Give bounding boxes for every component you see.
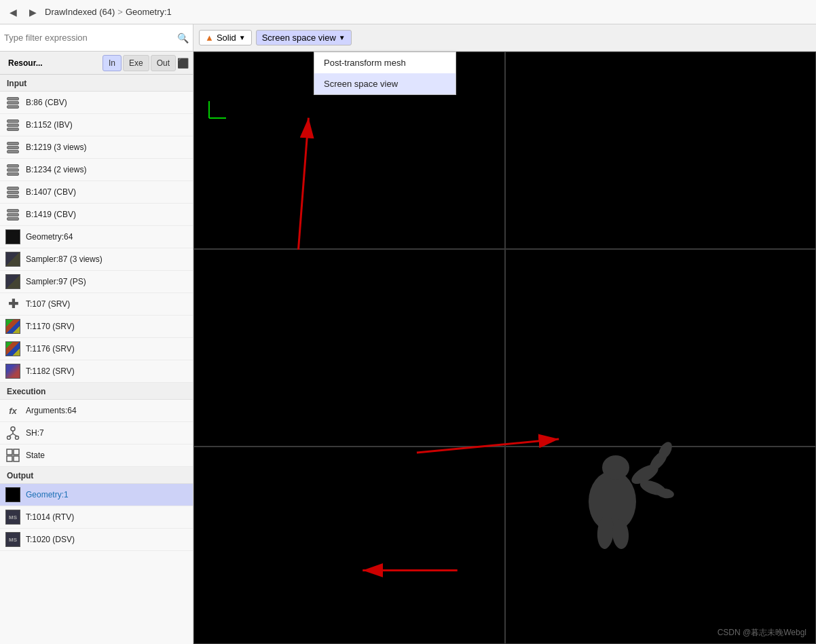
tab-resources[interactable]: Resour... [4, 56, 101, 71]
watermark: CSDN @暮志未晚Webgl [718, 627, 806, 639]
solid-label: Solid [217, 33, 236, 43]
grid-cell [193, 447, 505, 644]
list-item[interactable]: ✚ T:107 (SRV) [0, 293, 193, 316]
item-label: B:1152 (IBV) [26, 120, 73, 130]
list-item[interactable]: B:1219 (3 views) [0, 136, 193, 159]
breadcrumb-item1[interactable]: DrawIndexed (64) [45, 7, 115, 17]
breadcrumb-sep: > [117, 7, 123, 17]
breadcrumb-item2[interactable]: Geometry:1 [126, 7, 172, 17]
triangle-icon: ▲ [205, 33, 214, 43]
back-button[interactable]: ◀ [5, 5, 21, 20]
canvas-area: CSDN @暮志未晚Webgl [193, 52, 816, 644]
svg-rect-6 [7, 449, 12, 455]
list-item-t1020[interactable]: MS T:1020 (DSV) [0, 529, 193, 551]
fx-icon: fx [5, 403, 20, 418]
srv-thumb-icon [5, 341, 20, 356]
svg-point-0 [11, 427, 15, 431]
search-icon[interactable]: 🔍 [177, 33, 189, 43]
item-label: T:1170 (SRV) [26, 322, 75, 331]
item-label: T:107 (SRV) [26, 299, 70, 309]
list-item[interactable]: T:1176 (SRV) [0, 338, 193, 360]
tabs-bar: Resour... In Exe Out ⬛ [0, 52, 193, 75]
tab-exe[interactable]: Exe [123, 55, 149, 71]
list-item[interactable]: SH:7 [0, 422, 193, 444]
db-icon [5, 140, 20, 155]
list-item[interactable]: Sampler:87 (3 views) [0, 248, 193, 271]
db-icon [5, 117, 20, 132]
grid-cell [505, 52, 817, 249]
item-label: Geometry:64 [26, 232, 73, 242]
item-label: SH:7 [26, 428, 44, 438]
section-input: Input [0, 75, 193, 92]
geo-thumb-icon [5, 229, 20, 244]
item-label: Sampler:97 (PS) [26, 277, 86, 286]
view-dropdown-menu: Post-transform mesh Screen space view [314, 52, 456, 95]
list-item[interactable]: Geometry:64 [0, 226, 193, 248]
item-label-geo1: Geometry:1 [26, 490, 69, 499]
view-label: Screen space view [262, 33, 336, 43]
character-shape [544, 400, 680, 569]
list-item[interactable]: Sampler:97 (PS) [0, 271, 193, 293]
item-label: B:1419 (CBV) [26, 210, 76, 219]
item-label: B:1219 (3 views) [26, 143, 86, 152]
item-label: B:86 (CBV) [26, 98, 67, 107]
list-item-state[interactable]: State [0, 444, 193, 467]
main-area: 🔍 Resour... In Exe Out ⬛ Input B:86 (CBV… [0, 24, 816, 644]
grid-cell [193, 249, 505, 447]
tree-icon [5, 425, 20, 440]
svg-rect-9 [14, 456, 19, 461]
axes-indicator [206, 98, 229, 124]
item-label: T:1182 (SRV) [26, 366, 75, 376]
db-icon [5, 185, 20, 200]
right-panel: ▲ Solid ▼ Screen space view ▼ [193, 24, 816, 644]
view-dropdown[interactable]: Screen space view ▼ [256, 30, 352, 45]
svg-rect-8 [7, 456, 12, 461]
sampler-thumb-icon [5, 274, 20, 289]
view-chevron-icon: ▼ [339, 34, 346, 41]
top-bar: ◀ ▶ DrawIndexed (64) > Geometry:1 [0, 0, 816, 24]
srv-thumb-icon [5, 364, 20, 379]
sampler-thumb-icon [5, 252, 20, 267]
list-item-geo1[interactable]: Geometry:1 [0, 484, 193, 506]
viewport-grid [193, 52, 816, 644]
tab-in[interactable]: In [103, 55, 122, 71]
dropdown-item-screen-space[interactable]: Screen space view [314, 73, 456, 94]
solid-chevron-icon: ▼ [239, 34, 246, 41]
forward-button[interactable]: ▶ [25, 5, 41, 20]
tab-out[interactable]: Out [151, 55, 176, 71]
section-execution: Execution [0, 383, 193, 400]
dropdown-item-post-transform[interactable]: Post-transform mesh [314, 52, 456, 73]
db-icon [5, 207, 20, 222]
item-label: Sampler:87 (3 views) [26, 254, 103, 264]
filter-funnel-icon[interactable]: ⬛ [177, 58, 189, 69]
list-item[interactable]: T:1182 (SRV) [0, 360, 193, 383]
list-item[interactable]: B:86 (CBV) [0, 92, 193, 114]
view-toolbar: ▲ Solid ▼ Screen space view ▼ [193, 24, 816, 52]
svg-point-13 [602, 455, 629, 480]
db-icon [5, 95, 20, 110]
srv-thumb-icon [5, 319, 20, 334]
list-item[interactable]: B:1419 (CBV) [0, 204, 193, 226]
item-label: B:1234 (2 views) [26, 165, 86, 174]
item-label: B:1407 (CBV) [26, 187, 76, 197]
list-item[interactable]: T:1170 (SRV) [0, 316, 193, 338]
item-label: T:1176 (SRV) [26, 344, 75, 354]
list-item-t1014[interactable]: MS T:1014 (RTV) [0, 506, 193, 529]
list-item[interactable]: fx Arguments:64 [0, 400, 193, 422]
svg-point-4 [7, 436, 11, 440]
ms-thumb-icon2: MS [5, 532, 20, 547]
list-item[interactable]: B:1407 (CBV) [0, 181, 193, 204]
item-label-t1014: T:1014 (RTV) [26, 512, 74, 522]
resource-list: Input B:86 (CBV) B:1152 (IBV) B:1219 (3 … [0, 75, 193, 644]
filter-bar: 🔍 [0, 24, 193, 52]
breadcrumb: DrawIndexed (64) > Geometry:1 [45, 7, 172, 17]
list-item[interactable]: B:1234 (2 views) [0, 159, 193, 181]
item-label: Arguments:64 [26, 406, 77, 415]
svg-rect-7 [14, 449, 19, 455]
list-item[interactable]: B:1152 (IBV) [0, 114, 193, 136]
cross-icon: ✚ [5, 297, 20, 311]
filter-input[interactable] [4, 33, 174, 43]
solid-dropdown[interactable]: ▲ Solid ▼ [199, 30, 252, 45]
svg-point-5 [16, 436, 19, 440]
item-label-state: State [26, 451, 45, 460]
